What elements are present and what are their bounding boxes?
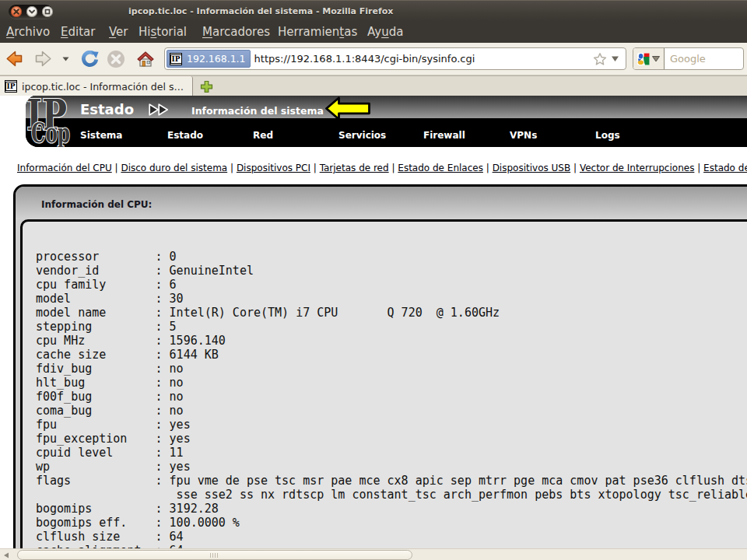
menu-label-part: Hi — [139, 25, 150, 39]
bookmark-star-icon[interactable] — [593, 52, 607, 66]
ipcop-nav-band: Sistema Estado Red Servicios Firewall VP… — [26, 118, 747, 147]
search-bar[interactable]: Google — [633, 47, 744, 70]
cpuinfo-text: processor : 0 vendor_id : GenuineIntel c… — [36, 250, 747, 548]
section-links: Información del CPU | Disco duro del sis… — [17, 163, 747, 173]
forward-icon — [34, 51, 51, 68]
site-favicon: IP — [170, 53, 182, 65]
url-text[interactable]: https://192.168.1.1:8443/cgi-bin/sysinfo… — [254, 53, 593, 65]
back-button[interactable] — [5, 43, 25, 75]
nav-red[interactable]: Red — [253, 130, 273, 141]
menu-marcadores[interactable]: Marcadores — [202, 25, 270, 39]
breadcrumb-page: Información del sistema — [191, 105, 324, 117]
menu-editar[interactable]: Editar — [61, 25, 95, 39]
link-separator: | — [115, 163, 118, 173]
location-bar[interactable]: IP 192.168.1.1 https://192.168.1.1:8443/… — [164, 47, 626, 70]
home-icon — [137, 51, 154, 68]
scroll-left-arrow-icon[interactable] — [3, 552, 9, 558]
window-title: ipcop.tic.loc - Información del sistema … — [128, 6, 393, 16]
breadcrumb-section: Estado — [80, 101, 134, 117]
menu-label-part: Ay — [367, 25, 381, 39]
link-dispositivos-usb[interactable]: Dispositivos USB — [493, 163, 571, 173]
link-separator: | — [486, 163, 489, 173]
minimize-button[interactable] — [26, 6, 37, 17]
home-button[interactable] — [135, 43, 156, 75]
ipcop-logo: IP Cop — [26, 97, 74, 147]
stop-button[interactable] — [106, 43, 126, 75]
back-icon — [6, 51, 23, 68]
tab-favicon: IP — [5, 80, 17, 93]
link-estado-memoria[interactable]: Estado de — [703, 163, 747, 173]
menu-label-part: er — [116, 25, 128, 39]
menu-ayuda[interactable]: Ayuda — [367, 25, 403, 39]
link-disco-duro[interactable]: Disco duro del sistema — [121, 163, 227, 173]
scrollbar-thumb[interactable] — [17, 550, 412, 560]
tab-active[interactable]: IP ipcop.tic.loc - Información del s… — [0, 76, 193, 96]
menu-accel: V — [109, 25, 116, 39]
panel-body: processor : 0 vendor_id : GenuineIntel c… — [20, 219, 747, 548]
menu-ver[interactable]: Ver — [109, 25, 128, 39]
tab-title: ipcop.tic.loc - Información del s… — [22, 81, 184, 93]
menu-accel: u — [381, 25, 389, 39]
google-icon — [637, 53, 650, 65]
menu-historial[interactable]: Historial — [139, 25, 187, 39]
reload-button[interactable] — [79, 43, 100, 75]
menu-label-part: rchivo — [14, 25, 50, 39]
menu-label-part: da — [389, 25, 404, 39]
window-controls — [9, 5, 53, 19]
menu-accel: A — [6, 25, 14, 39]
identity-domain: 192.168.1.1 — [187, 53, 246, 65]
menu-archivo[interactable]: Archivo — [6, 25, 50, 39]
link-vector-interrupciones[interactable]: Vector de Interrupciones — [580, 163, 695, 173]
link-estado-enlaces[interactable]: Estado de Enlaces — [398, 163, 483, 173]
back-forward-dropdown[interactable] — [61, 43, 70, 75]
page-content: Sistema Estado Red Servicios Firewall VP… — [0, 96, 747, 548]
maximize-button[interactable] — [42, 6, 53, 17]
panel-title: Información del CPU: — [16, 187, 747, 210]
current-page-arrow-icon — [325, 96, 372, 121]
link-informacion-cpu[interactable]: Información del CPU — [17, 163, 112, 173]
search-engine-button[interactable] — [633, 48, 665, 69]
horizontal-scrollbar[interactable] — [0, 548, 747, 560]
search-placeholder: Google — [670, 53, 706, 65]
link-separator: | — [573, 163, 577, 173]
link-separator: | — [314, 163, 317, 173]
new-tab-button[interactable] — [199, 79, 213, 93]
reload-icon — [81, 51, 99, 68]
site-identity-box[interactable]: IP 192.168.1.1 — [167, 50, 251, 68]
menu-herramientas[interactable]: Herramientas — [278, 25, 357, 39]
search-engine-dropdown-icon — [651, 56, 661, 62]
menu-label-part: ditar — [68, 25, 95, 39]
link-separator: | — [230, 163, 233, 173]
nav-firewall[interactable]: Firewall — [423, 130, 465, 141]
menu-label-part: Herramien — [278, 25, 339, 39]
nav-vpns[interactable]: VPNs — [510, 130, 537, 141]
menu-bar: Archivo Editar Ver Historial Marcadores … — [0, 22, 747, 43]
menu-accel: M — [202, 25, 212, 39]
link-tarjetas-red[interactable]: Tarjetas de red — [320, 163, 389, 173]
minimize-icon — [26, 6, 37, 17]
favicon-letters: IP — [5, 82, 17, 91]
nav-estado[interactable]: Estado — [167, 130, 203, 141]
chevron-down-icon — [62, 57, 69, 61]
urlbar-dropdown-icon[interactable] — [607, 56, 622, 62]
nav-sistema[interactable]: Sistema — [80, 130, 122, 141]
maximize-icon — [42, 6, 53, 17]
scrollbar-grip — [210, 553, 219, 558]
cpu-info-panel: Información del CPU: processor : 0 vendo… — [13, 184, 747, 548]
close-button[interactable] — [11, 6, 22, 17]
plus-icon — [200, 80, 213, 93]
menu-label-part: as — [344, 25, 357, 39]
nav-servicios[interactable]: Servicios — [338, 130, 386, 141]
nav-logs[interactable]: Logs — [595, 130, 620, 141]
title-bar: ipcop.tic.loc - Información del sistema … — [0, 0, 747, 22]
link-dispositivos-pci[interactable]: Dispositivos PCI — [237, 163, 310, 173]
svg-text:Cop: Cop — [31, 116, 70, 147]
forward-button[interactable] — [33, 43, 53, 75]
close-icon — [11, 6, 22, 17]
navigation-toolbar: IP 192.168.1.1 https://192.168.1.1:8443/… — [0, 43, 747, 75]
ipcop-header: Sistema Estado Red Servicios Firewall VP… — [26, 96, 747, 147]
ipcop-breadcrumb-band — [26, 96, 747, 118]
menu-label-part: torial — [156, 25, 187, 39]
tab-strip: IP ipcop.tic.loc - Información del s… — [0, 75, 747, 96]
panel-header: Información del CPU: — [16, 187, 747, 219]
